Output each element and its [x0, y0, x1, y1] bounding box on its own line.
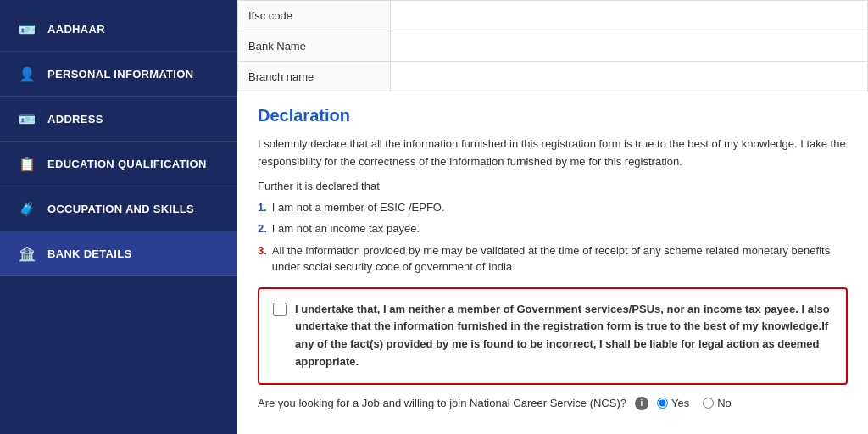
point-1-num: 1. [258, 199, 267, 216]
sidebar-item-education[interactable]: 📋 EDUCATION QUALIFICATION [0, 142, 237, 186]
declaration-point-1: 1. I am not a member of ESIC /EPFO. [258, 199, 848, 216]
undertaking-box: I undertake that, I am neither a member … [258, 287, 848, 385]
declaration-further-text: Further it is declared that [258, 180, 848, 192]
point-3-num: 3. [258, 242, 267, 275]
undertaking-text: I undertake that, I am neither a member … [295, 301, 832, 371]
declaration-title: Declaration [258, 106, 848, 125]
undertaking-checkbox[interactable] [273, 303, 287, 316]
sidebar-item-aadhaar-label: AADHAAR [47, 23, 105, 36]
bank-name-row: Bank Name [238, 31, 867, 62]
ncs-info-icon[interactable]: i [635, 397, 648, 410]
address-icon: 🪪 [17, 108, 37, 129]
ncs-yes-option[interactable]: Yes [657, 397, 689, 409]
point-3-text: All the information provided by me may b… [272, 242, 848, 275]
declaration-point-2: 2. I am not an income tax payee. [258, 220, 848, 237]
ncs-radio-group: Yes No [657, 397, 732, 409]
declaration-main-text: I solemnly declare that all the informat… [258, 136, 848, 171]
ncs-no-label: No [717, 397, 732, 409]
education-icon: 📋 [17, 153, 37, 174]
ncs-no-option[interactable]: No [703, 397, 732, 409]
sidebar-item-occupation-label: OCCUPATION AND SKILLS [47, 203, 194, 215]
ncs-no-radio[interactable] [703, 398, 714, 409]
sidebar-item-occupation[interactable]: 🧳 OCCUPATION AND SKILLS [0, 186, 237, 231]
button-row: Logout Edit ➔ Submit [258, 427, 848, 434]
personal-icon: 👤 [17, 64, 37, 84]
bank-fields-table: Ifsc code Bank Name Branch name [237, 0, 868, 92]
branch-name-row: Branch name [238, 62, 867, 92]
point-2-text: I am not an income tax payee. [272, 220, 420, 237]
ncs-yes-radio[interactable] [657, 398, 668, 409]
bank-name-label: Bank Name [238, 31, 391, 61]
ifsc-value [391, 1, 867, 31]
branch-name-value [391, 62, 867, 92]
sidebar: 🪪 AADHAAR 👤 PERSONAL INFORMATION 🪪 ADDRE… [0, 0, 237, 434]
ifsc-label: Ifsc code [238, 1, 391, 31]
ifsc-row: Ifsc code [238, 1, 867, 31]
sidebar-item-education-label: EDUCATION QUALIFICATION [47, 158, 207, 170]
ncs-yes-label: Yes [671, 397, 689, 409]
bank-name-value [391, 31, 867, 61]
sidebar-item-personal[interactable]: 👤 PERSONAL INFORMATION [0, 52, 237, 97]
declaration-point-3: 3. All the information provided by me ma… [258, 242, 848, 275]
aadhaar-icon: 🪪 [17, 19, 37, 39]
point-2-num: 2. [258, 220, 267, 237]
declaration-section: Declaration I solemnly declare that all … [237, 92, 868, 434]
main-content: Ifsc code Bank Name Branch name Declarat… [237, 0, 868, 434]
sidebar-item-address-label: ADDRESS [47, 113, 103, 125]
sidebar-item-personal-label: PERSONAL INFORMATION [47, 68, 193, 81]
sidebar-item-bank[interactable]: 🏦 BANK DETAILS [0, 231, 237, 276]
sidebar-item-bank-label: BANK DETAILS [47, 248, 131, 260]
point-1-text: I am not a member of ESIC /EPFO. [272, 199, 445, 216]
bank-icon: 🏦 [17, 243, 37, 264]
branch-name-label: Branch name [238, 62, 391, 92]
ncs-question: Are you looking for a Job and willing to… [258, 397, 626, 409]
occupation-icon: 🧳 [17, 198, 37, 219]
sidebar-item-address[interactable]: 🪪 ADDRESS [0, 97, 237, 142]
ncs-row: Are you looking for a Job and willing to… [258, 397, 848, 410]
sidebar-item-aadhaar[interactable]: 🪪 AADHAAR [0, 7, 237, 52]
